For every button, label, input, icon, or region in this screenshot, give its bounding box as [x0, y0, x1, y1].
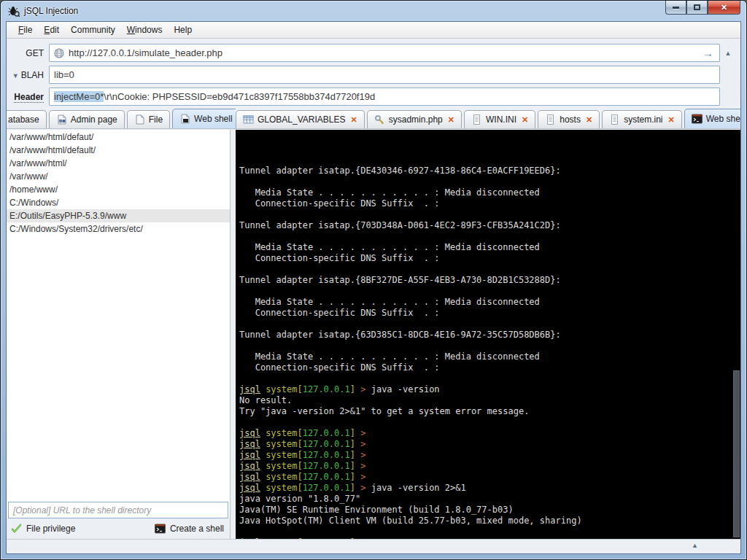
web-shell-icon — [179, 114, 190, 124]
terminal-output-line: Connection-specific DNS Suffix . : — [239, 253, 740, 264]
menu-item-file[interactable]: File — [12, 23, 38, 37]
terminal-output-line: Tunnel adapter isatap.{703D348A-D061-4EC… — [239, 220, 740, 231]
client-area: FileEditCommunityWindowsHelp GET — [6, 21, 741, 554]
shell-path-item[interactable]: /var/www/html/ — [7, 157, 230, 170]
minimize-button[interactable] — [665, 1, 686, 15]
terminal-output-line — [239, 231, 740, 242]
app-window: jSQL Injection ✕ FileEditCommunityWindow… — [0, 0, 747, 560]
file-icon — [134, 114, 145, 125]
terminal-output-line — [239, 286, 740, 297]
tab-label: hosts — [560, 114, 581, 125]
url-field[interactable]: http://127.0.0.1/simulate_header.php → — [49, 44, 720, 62]
terminal-icon — [692, 114, 703, 124]
menu-item-help[interactable]: Help — [168, 23, 198, 37]
tab-atabase[interactable]: atabase — [7, 110, 47, 128]
tab-label: Admin page — [71, 114, 117, 125]
blah-label[interactable]: ▼BLAH — [7, 70, 49, 80]
statusbar-collapse-icon[interactable]: ▲ — [692, 542, 698, 549]
header-rest-text: \r\nCookie: PHPSESSID=eb9d471c8397f17558… — [104, 91, 375, 102]
document-icon — [609, 114, 620, 125]
shell-path-item[interactable]: /var/www/ — [7, 170, 230, 183]
shell-path-item[interactable]: /var/www/html/defaut/ — [7, 131, 230, 144]
terminal-output-line — [239, 526, 740, 537]
blah-field[interactable]: lib=0 — [49, 66, 720, 84]
blah-value: lib=0 — [54, 69, 74, 80]
header-field[interactable]: injectMe=0*\r\nCookie: PHPSESSID=eb9d471… — [49, 88, 720, 106]
menu-item-community[interactable]: Community — [65, 23, 121, 37]
left-tab-strip: atabaseAdmin pageFileWeb shell◀▶ — [7, 106, 236, 128]
header-label[interactable]: Header — [7, 92, 49, 102]
tab-label: WIN.INI — [486, 114, 516, 125]
tab-file[interactable]: File — [127, 110, 170, 128]
document-icon — [471, 114, 482, 125]
tab-label: atabase — [8, 114, 39, 125]
tab-close-icon[interactable]: ✕ — [586, 115, 592, 125]
get-label: GET — [7, 48, 49, 58]
terminal-output-line: Media State . . . . . . . . . . . : Medi… — [239, 297, 740, 308]
tab-web-shell[interactable]: Web shell✕ — [684, 109, 740, 128]
shell-path-item[interactable]: E:/Outils/EasyPHP-5.3.9/www — [7, 209, 230, 222]
tab-web-shell[interactable]: Web shell — [172, 109, 236, 128]
terminal-icon — [155, 524, 166, 534]
terminal-scrollbar[interactable] — [732, 130, 740, 539]
web-shell-terminal[interactable]: Tunnel adapter isatap.{DE430346-6927-413… — [236, 130, 740, 539]
tab-win-ini[interactable]: WIN.INI✕ — [464, 110, 535, 128]
terminal-output-line: Media State . . . . . . . . . . . : Medi… — [239, 351, 740, 362]
tab-close-icon[interactable]: ✕ — [522, 115, 528, 125]
menu-item-edit[interactable]: Edit — [38, 23, 65, 37]
close-button[interactable]: ✕ — [708, 1, 740, 15]
terminal-prompt-line: jsql system[127.0.0.1] > — [239, 450, 740, 461]
create-shell-button[interactable]: Create a shell — [155, 524, 224, 534]
terminal-output-line: Tunnel adapter isatap.{63D385C1-8DCB-4E1… — [239, 330, 740, 341]
title-bar: jSQL Injection ✕ — [1, 1, 746, 21]
terminal-output-line: Tunnel adapter isatap.{8BF327DE-A55F-4EB… — [239, 275, 740, 286]
maximize-button[interactable] — [686, 1, 708, 15]
tab-hosts[interactable]: hosts✕ — [538, 110, 600, 128]
window-title: jSQL Injection — [24, 6, 78, 16]
main-content: /var/www/html/defaut//var/www/html/defau… — [7, 130, 740, 539]
url-value: http://127.0.0.1/simulate_header.php — [69, 47, 222, 58]
menu-item-windows[interactable]: Windows — [121, 23, 169, 37]
terminal-output-line — [239, 176, 740, 187]
app-bug-icon — [8, 5, 20, 17]
tab-close-icon[interactable]: ✕ — [667, 115, 674, 125]
go-arrow-icon[interactable]: → — [701, 47, 715, 59]
shell-path-item[interactable]: /home/www/ — [7, 183, 230, 196]
tab-label: Web shell — [706, 114, 740, 124]
shell-path-list: /var/www/html/defaut//var/www/html/defau… — [7, 130, 230, 500]
file-privilege-button[interactable]: File privilege — [11, 524, 75, 534]
terminal-output-line — [239, 319, 740, 330]
document-icon — [545, 114, 556, 125]
terminal-output-line: Connection-specific DNS Suffix . : — [239, 308, 740, 319]
shell-path-item[interactable]: C:/Windows/ — [7, 196, 230, 209]
tab-admin-page[interactable]: Admin page — [49, 110, 125, 128]
terminal-prompt-line: jsql system[127.0.0.1] > — [239, 428, 740, 439]
window-controls: ✕ — [665, 1, 740, 15]
terminal-output-line: Tunnel adapter isatap.{DE430346-6927-413… — [239, 166, 740, 176]
terminal-output-line — [239, 417, 740, 428]
shell-path-item[interactable]: /var/www/html/default/ — [7, 144, 230, 157]
dropdown-arrow-icon: ▼ — [12, 72, 19, 79]
terminal-output-line: Media State . . . . . . . . . . . : Medi… — [239, 242, 740, 253]
web-shell-side-panel: /var/www/html/defaut//var/www/html/defau… — [7, 130, 231, 539]
terminal-output-line: No result. — [239, 395, 740, 406]
terminal-prompt-line: jsql system[127.0.0.1] > java -version — [239, 384, 740, 395]
terminal-scrollbar-thumb[interactable] — [733, 370, 740, 537]
tab-close-icon[interactable]: ✕ — [448, 115, 454, 125]
tab-global-variables[interactable]: GLOBAL_VARIABLES✕ — [236, 110, 365, 128]
status-bar: ▲ — [7, 539, 740, 553]
shell-path-item[interactable]: C:/Windows/System32/drivers/etc/ — [7, 222, 230, 236]
terminal-output-line: Media State . . . . . . . . . . . : Medi… — [239, 187, 740, 198]
shell-url-input[interactable]: [Optional] URL to the shell directory — [8, 502, 228, 518]
terminal-output-line — [239, 341, 740, 351]
terminal-output-line: Try "java -version 2>&1" to get a system… — [239, 406, 740, 417]
tab-close-icon[interactable]: ✕ — [351, 115, 357, 125]
terminal-output-line: Java(TM) SE Runtime Environment (build 1… — [239, 505, 740, 516]
tab-system-ini[interactable]: system.ini✕ — [602, 110, 682, 128]
panel-splitter[interactable] — [231, 130, 236, 539]
collapse-panel-button[interactable]: ▲ — [720, 50, 736, 57]
terminal-output-line: Java HotSpot(TM) Client VM (build 25.77-… — [239, 516, 740, 526]
tab-label: File — [149, 114, 163, 125]
tab-sysadmin-php[interactable]: sysadmin.php✕ — [367, 110, 462, 128]
globe-icon — [54, 48, 64, 58]
